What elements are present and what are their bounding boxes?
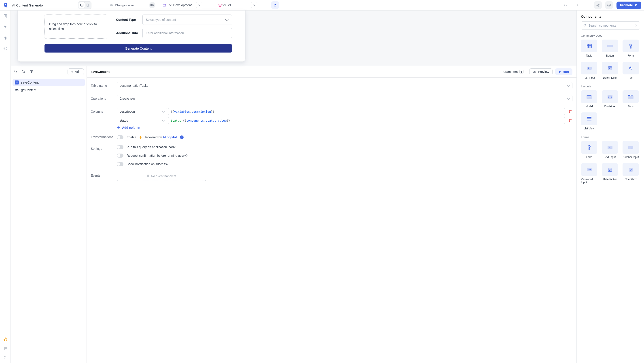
svg-rect-3 xyxy=(163,4,166,6)
svg-point-5 xyxy=(598,4,599,5)
preview-app-button[interactable] xyxy=(605,1,613,9)
svg-rect-2 xyxy=(87,4,88,6)
rocket-icon xyxy=(3,2,8,8)
promote-button[interactable]: Promote xyxy=(616,1,641,9)
undo-button[interactable] xyxy=(562,1,569,9)
device-toggle[interactable] xyxy=(78,1,92,9)
chevron-down-icon[interactable] xyxy=(251,2,258,8)
env-selector[interactable]: Env Development xyxy=(163,2,202,8)
svg-point-6 xyxy=(598,5,599,6)
mobile-toggle[interactable] xyxy=(85,2,90,8)
layers-icon xyxy=(218,3,222,7)
window-icon xyxy=(163,3,166,7)
save-status: Changes saved xyxy=(110,3,135,7)
svg-point-0 xyxy=(5,4,6,5)
svg-rect-1 xyxy=(80,4,83,6)
sync-button[interactable] xyxy=(271,1,279,9)
version-selector[interactable]: ver v1 xyxy=(218,2,257,8)
redo-button[interactable] xyxy=(573,1,580,9)
svg-point-4 xyxy=(596,5,598,5)
avatar[interactable]: KR xyxy=(149,2,156,8)
svg-point-7 xyxy=(609,5,610,5)
app-title[interactable]: AI Content Generator xyxy=(12,3,44,7)
chevrons-right-icon xyxy=(634,4,638,6)
desktop-toggle[interactable] xyxy=(79,2,85,8)
cloud-check-icon xyxy=(110,4,113,6)
top-bar: AI Content Generator Changes saved KR En… xyxy=(0,0,644,10)
share-button[interactable] xyxy=(594,1,602,9)
chevron-down-icon[interactable] xyxy=(196,2,202,8)
